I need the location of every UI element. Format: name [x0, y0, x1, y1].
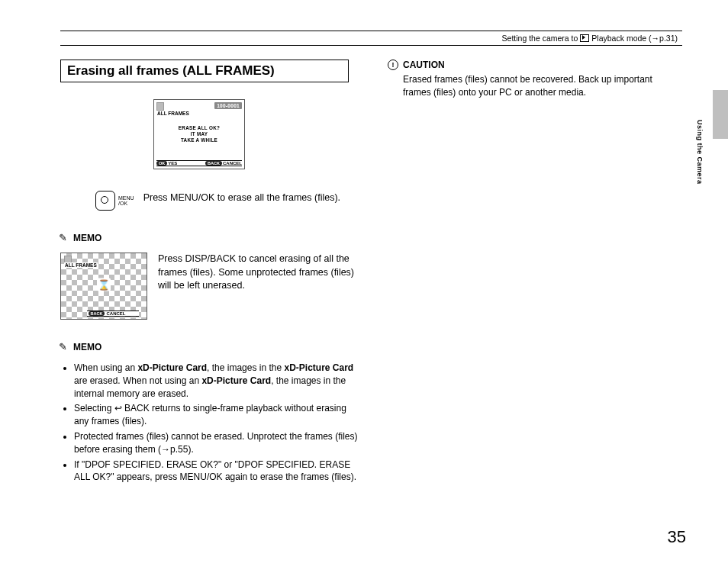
lcd-msg-line2: IT MAY [154, 131, 244, 137]
memo-label-2: MEMO [73, 342, 101, 352]
cancel-label-2: CANCEL [106, 311, 125, 316]
lcd-message: ERASE ALL OK? IT MAY TAKE A WHILE [154, 125, 244, 143]
menu-ok-label: MENU /OK [118, 195, 134, 206]
memo2-list: When using an xD-Picture Card, the image… [60, 362, 358, 484]
lcd-screen-erase: 100-0001 ALL FRAMES ERASE ALL OK? IT MAY… [153, 99, 245, 169]
lcd-footer: OK YES BACK CANCEL [156, 160, 242, 166]
back-pill-2: BACK [89, 311, 105, 316]
memo-label-1: MEMO [73, 233, 101, 243]
lcd-msg-line1: ERASE ALL OK? [154, 125, 244, 131]
ok-pill: OK [156, 161, 167, 166]
caution-header: ! CAUTION [388, 60, 670, 70]
yes-label: YES [168, 161, 177, 166]
breadcrumb-prefix: Setting the camera to [502, 34, 578, 43]
thumb-index-tab [713, 90, 728, 139]
memo2-item-1: When using an xD-Picture Card, the image… [74, 362, 358, 400]
section-title: Erasing all frames (ALL FRAMES) [60, 60, 349, 82]
hourglass-icon: ⌛ [97, 278, 111, 291]
manual-page: Setting the camera to Playback mode (→p.… [0, 0, 728, 576]
memo1-text: Press DISP/BACK to cancel erasing of all… [158, 253, 358, 293]
caution-icon: ! [388, 60, 398, 70]
trash-icon [156, 102, 164, 111]
instruction-row: MENU /OK Press MENU/OK to erase all the … [60, 191, 358, 211]
left-column: Erasing all frames (ALL FRAMES) 100-0001… [60, 60, 358, 486]
lcd-cancel-segment: BACK CANCEL [199, 161, 242, 166]
header-breadcrumb: Setting the camera to Playback mode (→p.… [60, 31, 682, 46]
right-column: ! CAUTION Erased frames (files) cannot b… [388, 60, 670, 99]
memo-hand-icon-2: ✎ [59, 341, 67, 352]
breadcrumb-suffix: Playback mode (→p.31) [591, 34, 678, 43]
lcd-msg-line3: TAKE A WHILE [154, 137, 244, 143]
playback-icon [580, 34, 589, 42]
menu-label-1: MENU [118, 195, 134, 201]
cancel-label: CANCEL [223, 161, 242, 166]
side-chapter-label: Using the Camera [696, 120, 704, 185]
caution-label: CAUTION [403, 60, 445, 70]
memo2-item-2: Selecting ↩ BACK returns to single-frame… [74, 402, 358, 428]
memo2-item-3: Protected frames (files) cannot be erase… [74, 430, 358, 456]
lcd-mode-label: ALL FRAMES [154, 111, 244, 116]
page-number: 35 [668, 527, 686, 547]
caution-text: Erased frames (files) cannot be recovere… [403, 73, 670, 99]
back-pill: BACK [205, 161, 222, 166]
memo-hand-icon: ✎ [59, 232, 67, 243]
lcd-screen-progress: ALL FRAMES ⌛ BACK CANCEL [60, 253, 147, 320]
lcd-yes-segment: OK YES [156, 161, 199, 166]
menu-ok-button-icon [95, 191, 115, 211]
menu-label-2: /OK [118, 201, 134, 206]
memo-header-2: ✎ MEMO [59, 341, 358, 352]
lcd2-footer: BACK CANCEL [87, 311, 139, 317]
menu-ok-icon: MENU /OK [95, 191, 134, 211]
instruction-text: Press MENU/OK to erase all the frames (f… [143, 191, 340, 204]
lcd-top-row: 100-0001 [154, 100, 244, 111]
memo-row-1: ALL FRAMES ⌛ BACK CANCEL Press DISP/BACK… [60, 253, 358, 320]
memo-header-1: ✎ MEMO [59, 232, 358, 243]
file-number-badge: 100-0001 [214, 102, 242, 109]
memo2-item-4: If "DPOF SPECIFIED. ERASE OK?" or "DPOF … [74, 459, 358, 484]
lcd2-mode-label: ALL FRAMES [64, 262, 98, 268]
